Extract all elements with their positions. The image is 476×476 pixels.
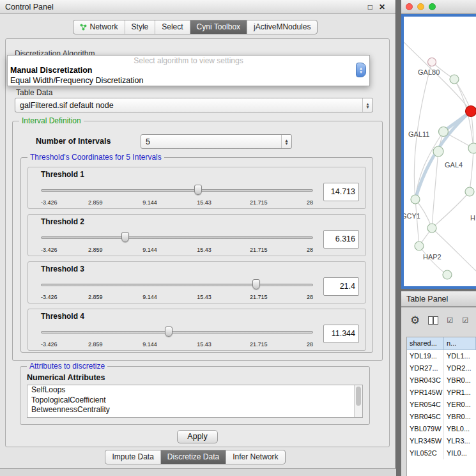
tab-jactivemnodules[interactable]: jActiveMNodules xyxy=(247,20,317,34)
apply-button[interactable]: Apply xyxy=(177,430,218,443)
table-cell: YER0... xyxy=(444,399,476,411)
network-node[interactable] xyxy=(428,58,436,66)
network-node[interactable] xyxy=(411,195,420,204)
slider-tick-labels: -3.4262.8599.14415.4321.71528 xyxy=(41,199,313,206)
table-cell: YIL052C xyxy=(407,447,444,459)
algorithm-popup-options: Manual DiscretizationEqual Width/Frequen… xyxy=(8,66,369,86)
minimize-traffic-light-icon[interactable] xyxy=(417,3,424,10)
bottom-tab-bar: Impute DataDiscretize DataInfer Network xyxy=(105,450,285,464)
threshold-value-field[interactable]: 14.713 xyxy=(323,183,359,201)
threshold-value-field[interactable]: 11.344 xyxy=(323,325,359,343)
slider-track xyxy=(41,189,313,192)
network-node[interactable] xyxy=(465,187,474,196)
threshold-box: Threshold 1 -3.4262.8599.14415.4321.7152… xyxy=(27,167,366,209)
threshold-slider[interactable]: -3.4262.8599.14415.4321.71528 xyxy=(41,181,313,207)
threshold-value-field[interactable]: 6.316 xyxy=(323,230,359,249)
network-canvas[interactable]: GAL80 GAL11 GAL4 GCY1 HAP2 H xyxy=(401,14,476,289)
threshold-slider[interactable]: -3.4262.8599.14415.4321.71528 xyxy=(41,229,313,254)
close-window-icon[interactable]: ✕ xyxy=(379,3,385,12)
attribute-list-scrollbar[interactable] xyxy=(354,385,362,417)
table-data-combobox[interactable]: galFiltered.sif default node ▲▼ xyxy=(15,98,373,112)
tab-label: Impute Data xyxy=(112,452,153,461)
tick-label: 9.144 xyxy=(142,294,157,300)
table-cell: YDL1... xyxy=(444,350,476,362)
attributes-group: Attributes to discretize Numerical Attri… xyxy=(20,366,370,425)
attribute-item-topologicalcoefficient[interactable]: TopologicalCoefficient xyxy=(27,395,362,406)
attribute-items: SelfLoopsTopologicalCoefficientBetweenne… xyxy=(27,385,362,415)
network-node[interactable] xyxy=(450,75,459,84)
table-row[interactable]: YDL19...YDL1... xyxy=(407,350,476,362)
tab-discretize-data[interactable]: Discretize Data xyxy=(160,450,226,464)
column-header[interactable]: shared... xyxy=(407,337,444,350)
algorithm-combo-stepper[interactable]: ▲ ▼ xyxy=(356,63,366,77)
tab-network[interactable]: Network xyxy=(73,20,125,34)
control-panel-titlebar[interactable]: Control Panel □ ✕ xyxy=(0,0,395,14)
table-cell: YBL0... xyxy=(444,423,476,435)
threshold-box: Threshold 3 -3.4262.8599.14415.4321.7152… xyxy=(27,261,366,303)
float-window-icon[interactable]: □ xyxy=(368,3,372,12)
slider-thumb[interactable] xyxy=(121,232,129,242)
tab-infer-network[interactable]: Infer Network xyxy=(226,450,284,464)
table-data-value: galFiltered.sif default node xyxy=(20,101,114,110)
table-row[interactable]: YIL052CYIL0... xyxy=(407,447,476,459)
number-of-intervals-combobox[interactable]: 5 ▲▼ xyxy=(141,134,292,149)
algorithm-popup-placeholder: Select algorithm to view settings xyxy=(8,56,369,66)
table-cell: YDL19... xyxy=(407,350,444,362)
table-row[interactable]: YLR345WYLR3... xyxy=(407,435,476,447)
network-node[interactable] xyxy=(433,146,443,157)
attribute-item-selfloops[interactable]: SelfLoops xyxy=(27,385,362,395)
column-header[interactable]: n... xyxy=(444,337,476,350)
network-node[interactable] xyxy=(415,242,424,250)
select-checkbox-icon[interactable]: ☑ xyxy=(447,316,454,325)
table-row[interactable]: YER054CYER0... xyxy=(407,399,476,411)
node-label: GCY1 xyxy=(404,212,420,220)
tab-cyni-toolbox[interactable]: Cyni Toolbox xyxy=(190,20,247,34)
network-icon xyxy=(80,24,87,31)
threshold-slider[interactable]: -3.4262.8599.14415.4321.71528 xyxy=(41,323,313,349)
network-window-titlebar[interactable] xyxy=(401,0,476,14)
table-row[interactable]: YBR043CYBR0... xyxy=(407,374,476,387)
tick-label: 2.859 xyxy=(88,294,103,300)
thresholds-group-title: Threshold's Coordinates for 5 Intervals xyxy=(27,153,164,162)
node-attribute-table: shared...n... YDL19...YDL1...YDR27...YDR… xyxy=(406,337,476,476)
slider-thumb[interactable] xyxy=(194,185,202,195)
network-node[interactable] xyxy=(468,143,476,153)
select-checkbox-icon[interactable]: ☑ xyxy=(462,316,469,325)
slider-thumb[interactable] xyxy=(252,279,260,289)
tab-select[interactable]: Select xyxy=(155,20,189,34)
table-panel-titlebar[interactable]: Table Panel xyxy=(401,291,476,307)
network-node[interactable] xyxy=(439,127,449,137)
table-row[interactable]: YBR045CYBR0... xyxy=(407,411,476,423)
columns-icon[interactable] xyxy=(428,316,438,325)
threshold-value-field[interactable]: 21.4 xyxy=(323,277,359,296)
threshold-slider[interactable]: -3.4262.8599.14415.4321.71528 xyxy=(41,276,313,302)
network-node[interactable] xyxy=(427,224,436,233)
node-label: GAL4 xyxy=(445,161,463,169)
control-panel-window: Control Panel □ ✕ NetworkStyleSelectCyni… xyxy=(0,0,396,476)
attribute-list[interactable]: SelfLoopsTopologicalCoefficientBetweenne… xyxy=(27,385,363,418)
attribute-item-betweennesscentrality[interactable]: BetweennessCentrality xyxy=(27,405,362,415)
table-cell: YDR2... xyxy=(444,362,476,374)
selected-network-node[interactable] xyxy=(466,106,476,117)
tick-label: 15.43 xyxy=(197,199,211,206)
tick-label: 2.859 xyxy=(88,199,103,206)
tab-impute-data[interactable]: Impute Data xyxy=(105,450,160,464)
table-panel: ⚙ ☑ ☑ shared...n... YDL19...YDL1...YDR27… xyxy=(401,307,476,476)
gear-icon[interactable]: ⚙ xyxy=(410,314,420,327)
tick-label: 15.43 xyxy=(197,341,211,348)
tick-label: 2.859 xyxy=(88,341,103,348)
tab-label: Cyni Toolbox xyxy=(197,22,240,31)
close-traffic-light-icon[interactable] xyxy=(406,3,413,10)
table-row[interactable]: YPR145WYPR1... xyxy=(407,387,476,399)
slider-thumb[interactable] xyxy=(165,326,173,337)
table-row[interactable]: YBL079WYBL0... xyxy=(407,423,476,435)
zoom-traffic-light-icon[interactable] xyxy=(429,3,436,10)
scrollbar-thumb[interactable] xyxy=(356,387,361,406)
algorithm-option-manual-discretization[interactable]: Manual Discretization xyxy=(8,66,369,76)
tab-style[interactable]: Style xyxy=(125,20,155,34)
network-node[interactable] xyxy=(443,270,452,279)
table-cell: YIL0... xyxy=(444,447,476,459)
table-row[interactable]: YDR27...YDR2... xyxy=(407,362,476,374)
algorithm-option-equal-width-frequency-discretization[interactable]: Equal Width/Frequency Discretization xyxy=(8,76,369,86)
tick-label: -3.426 xyxy=(41,341,58,348)
